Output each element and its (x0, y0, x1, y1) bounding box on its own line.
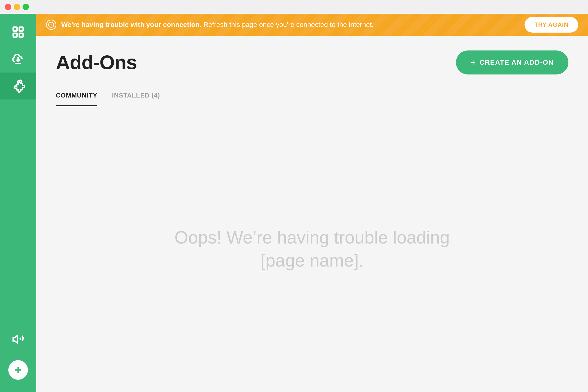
sidebar-item-grid[interactable] (0, 18, 36, 46)
sidebar (0, 14, 36, 392)
banner-left: We're having trouble with your connectio… (46, 20, 374, 30)
content-area: Add-Ons + CREATE AN ADD-ON COMMUNITY INS… (36, 36, 588, 392)
traffic-light-red[interactable] (5, 4, 11, 10)
plus-icon (13, 364, 24, 375)
sidebar-add-button[interactable] (8, 360, 28, 380)
page-header: Add-Ons + CREATE AN ADD-ON (56, 50, 568, 74)
tabs: COMMUNITY INSTALLED (4) (56, 87, 568, 106)
plus-icon: + (471, 57, 476, 68)
sidebar-bottom (0, 326, 36, 387)
sidebar-item-cloud[interactable] (0, 46, 36, 72)
cloud-download-icon (12, 52, 25, 66)
create-addon-button[interactable]: + CREATE AN ADD-ON (456, 50, 568, 74)
tab-community[interactable]: COMMUNITY (56, 87, 97, 106)
main-area: We're having trouble with your connectio… (36, 14, 588, 392)
traffic-light-green[interactable] (22, 4, 29, 10)
sidebar-item-megaphone[interactable] (0, 326, 36, 353)
page-title: Add-Ons (56, 51, 137, 74)
traffic-light-yellow[interactable] (14, 4, 20, 10)
error-message: Oops! We’re having trouble loading [page… (165, 226, 459, 272)
svg-rect-2 (13, 33, 17, 37)
app-container: We're having trouble with your connectio… (0, 14, 588, 392)
svg-rect-1 (19, 27, 23, 31)
banner-info-icon (46, 20, 56, 30)
svg-rect-3 (19, 33, 23, 37)
title-bar (0, 0, 588, 14)
puzzle-icon (12, 80, 25, 92)
svg-rect-0 (13, 27, 17, 31)
banner-message: We're having trouble with your connectio… (61, 21, 374, 29)
grid-icon (12, 26, 25, 39)
error-area: Oops! We’re having trouble loading [page… (56, 106, 568, 392)
connection-banner: We're having trouble with your connectio… (36, 14, 588, 36)
try-again-button[interactable]: TRY AGAIN (524, 17, 578, 32)
megaphone-icon (12, 333, 25, 346)
sidebar-item-puzzle[interactable] (0, 72, 36, 100)
tab-installed[interactable]: INSTALLED (4) (112, 87, 160, 106)
info-icon (48, 22, 54, 28)
